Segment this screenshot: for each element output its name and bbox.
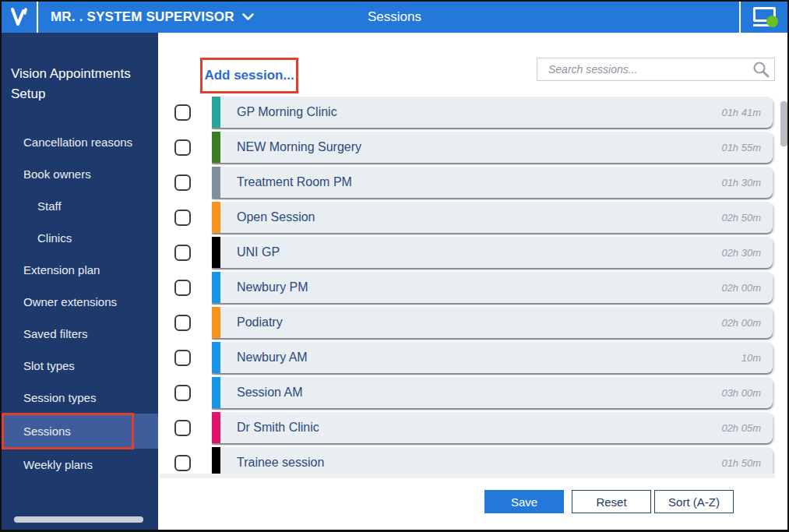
user-name: MR. . SYSTEM SUPERVISOR	[51, 9, 234, 25]
session-duration: 02h 50m	[721, 212, 773, 224]
reset-button[interactable]: Reset	[572, 490, 651, 513]
session-checkbox[interactable]	[174, 315, 191, 331]
session-card[interactable]: Dr Smith Clinic 02h 05m	[212, 412, 773, 443]
sidebar-horizontal-scrollbar[interactable]	[14, 516, 143, 523]
session-name: GP Morning Clinic	[220, 105, 721, 119]
session-duration: 01h 30m	[721, 177, 773, 188]
session-checkbox[interactable]	[174, 385, 191, 401]
sidebar-item-label: Cancellation reasons	[23, 136, 132, 149]
sidebar-item-owner-extensions[interactable]: Owner extensions	[2, 286, 158, 318]
sidebar-item-book-owners[interactable]: Book owners	[2, 158, 158, 190]
main-content: Add session... GP Morning Clinic 01h 41m…	[160, 33, 787, 530]
session-card[interactable]: Session AM 03h 00m	[212, 377, 773, 408]
session-name: Podiatry	[220, 315, 721, 329]
session-checkbox[interactable]	[174, 245, 191, 261]
session-color-bar	[212, 237, 220, 268]
add-session-annotation-box: Add session...	[200, 58, 298, 93]
session-duration: 10m	[741, 352, 773, 364]
session-color-bar	[212, 202, 220, 233]
sort-button[interactable]: Sort (A-Z)	[654, 490, 734, 513]
vision-logo-icon	[9, 7, 30, 27]
connection-status-button[interactable]	[741, 2, 787, 33]
list-vertical-scrollbar[interactable]	[780, 101, 787, 146]
sidebar-item-label: Book owners	[23, 167, 91, 181]
session-name: Open Session	[220, 210, 721, 224]
sidebar-item-saved-filters[interactable]: Saved filters	[2, 318, 158, 350]
session-card[interactable]: Open Session 02h 50m	[212, 202, 773, 233]
sidebar-item-weekly-plans[interactable]: Weekly plans	[2, 449, 158, 481]
sidebar-item-label: Extension plan	[23, 263, 100, 277]
session-duration: 02h 00m	[721, 282, 773, 294]
session-name: Session AM	[220, 386, 721, 400]
session-row: Session AM 03h 00m	[160, 377, 789, 408]
chevron-down-icon	[242, 13, 254, 21]
list-horizontal-scrollbar[interactable]	[160, 474, 775, 478]
session-row: GP Morning Clinic 01h 41m	[160, 97, 789, 128]
session-color-bar	[212, 97, 220, 128]
save-button[interactable]: Save	[484, 490, 564, 513]
sidebar-item-label: Owner extensions	[23, 295, 117, 308]
session-row: Treatment Room PM 01h 30m	[160, 167, 789, 198]
user-menu-button[interactable]: MR. . SYSTEM SUPERVISOR	[38, 2, 265, 33]
session-card[interactable]: GP Morning Clinic 01h 41m	[212, 97, 773, 128]
session-duration: 02h 30m	[721, 247, 773, 259]
session-color-bar	[212, 272, 220, 303]
sidebar-item-label: Weekly plans	[23, 458, 93, 471]
sidebar-title: Vision Appointments Setup	[2, 33, 158, 104]
session-checkbox[interactable]	[174, 210, 191, 226]
session-card[interactable]: Newbury AM 10m	[212, 342, 773, 373]
sidebar-item-label: Staff	[37, 199, 62, 213]
session-color-bar	[212, 377, 220, 408]
session-duration: 01h 50m	[721, 457, 773, 469]
session-card[interactable]: Trainee session 01h 50m	[212, 447, 773, 474]
session-name: Treatment Room PM	[220, 175, 721, 189]
sidebar-item-label: Clinics	[37, 231, 72, 245]
session-row: UNI GP 02h 30m	[160, 237, 789, 268]
session-row: Newbury PM 02h 00m	[160, 272, 789, 303]
session-duration: 01h 41m	[721, 107, 773, 118]
app-window: MR. . SYSTEM SUPERVISOR Sessions Vision …	[0, 0, 789, 532]
sidebar-item-staff[interactable]: Staff	[2, 190, 158, 222]
session-row: Podiatry 02h 00m	[160, 307, 789, 338]
sidebar-item-extension-plan[interactable]: Extension plan	[2, 254, 158, 286]
sidebar-nav: Cancellation reasons Book owners Staff C…	[2, 126, 158, 481]
sidebar-item-sessions[interactable]: Sessions	[2, 414, 158, 449]
session-name: UNI GP	[220, 245, 721, 259]
session-list: GP Morning Clinic 01h 41m NEW Morning Su…	[160, 97, 789, 474]
session-card[interactable]: Newbury PM 02h 00m	[212, 272, 773, 303]
session-checkbox[interactable]	[174, 174, 191, 191]
app-logo[interactable]	[2, 2, 37, 33]
add-session-link[interactable]: Add session...	[204, 68, 294, 83]
search-input[interactable]	[537, 58, 748, 80]
session-duration: 03h 00m	[721, 387, 773, 399]
session-duration: 02h 00m	[721, 317, 773, 329]
sidebar-item-label: Sessions	[23, 425, 71, 438]
sidebar-item-cancellation-reasons[interactable]: Cancellation reasons	[2, 126, 158, 158]
sidebar-item-session-types[interactable]: Session types	[2, 382, 158, 414]
search-icon[interactable]	[748, 58, 774, 80]
session-name: Trainee session	[220, 456, 721, 470]
session-card[interactable]: UNI GP 02h 30m	[212, 237, 773, 268]
session-checkbox[interactable]	[174, 420, 191, 436]
topbar: MR. . SYSTEM SUPERVISOR Sessions	[2, 2, 787, 33]
search-box	[537, 58, 775, 81]
session-color-bar	[212, 447, 220, 474]
session-card[interactable]: Podiatry 02h 00m	[212, 307, 773, 338]
session-duration: 02h 05m	[721, 422, 773, 434]
session-row: Dr Smith Clinic 02h 05m	[160, 412, 789, 443]
session-checkbox[interactable]	[174, 455, 191, 471]
session-card[interactable]: Treatment Room PM 01h 30m	[212, 167, 773, 198]
session-duration: 01h 55m	[721, 142, 773, 153]
sidebar-item-slot-types[interactable]: Slot types	[2, 350, 158, 382]
session-checkbox[interactable]	[174, 139, 191, 156]
session-checkbox[interactable]	[174, 280, 191, 296]
sidebar-item-clinics[interactable]: Clinics	[2, 222, 158, 254]
session-checkbox[interactable]	[174, 104, 191, 121]
session-card[interactable]: NEW Morning Surgery 01h 55m	[212, 132, 773, 163]
status-online-dot	[766, 16, 778, 27]
session-color-bar	[212, 132, 220, 163]
session-row: Open Session 02h 50m	[160, 202, 789, 233]
session-checkbox[interactable]	[174, 350, 191, 366]
session-row: Newbury AM 10m	[160, 342, 789, 373]
sidebar-item-label: Saved filters	[23, 327, 88, 340]
